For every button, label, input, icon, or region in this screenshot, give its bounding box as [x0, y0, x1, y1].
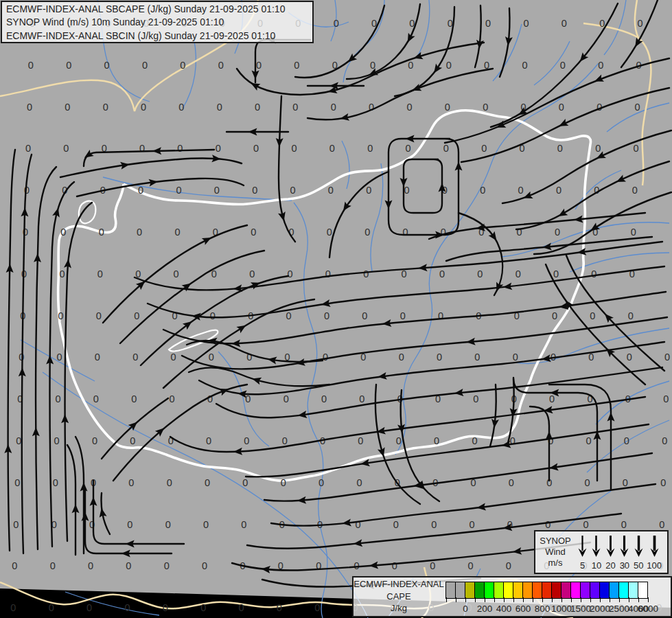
- cape-legend-unit: J/kg: [391, 604, 407, 613]
- sbcin-grid-zero: 0: [253, 143, 259, 154]
- cape-swatch: [628, 582, 638, 599]
- sbcin-grid-zero: 0: [60, 227, 66, 238]
- sbcin-grid-zero: 0: [430, 560, 435, 571]
- sbcin-grid-zero: 0: [104, 60, 110, 71]
- cape-swatch: [609, 582, 619, 599]
- sbcin-grid-zero: 0: [469, 519, 474, 530]
- sbcin-grid-zero: 0: [513, 352, 518, 363]
- cape-swatch: [522, 582, 533, 599]
- sbcin-grid-zero: 0: [134, 310, 139, 321]
- sbcin-grid-zero: 0: [635, 102, 640, 113]
- sbcin-grid-zero: 0: [12, 560, 17, 571]
- cape-tick: [581, 597, 581, 602]
- sbcin-grid-zero: 0: [137, 227, 142, 238]
- sbcin-grid-zero: 0: [480, 185, 485, 196]
- sbcin-grid-zero: 0: [217, 102, 222, 113]
- sbcin-grid-zero: 0: [173, 268, 178, 279]
- sbcin-grid-zero: 0: [245, 393, 251, 404]
- cape-swatch: [551, 582, 561, 599]
- sbcin-grid-zero: 0: [177, 143, 183, 154]
- sbcin-grid-zero: 0: [203, 519, 209, 530]
- sbcin-grid-zero: 0: [331, 102, 336, 113]
- sbcin-grid-zero: 0: [210, 310, 216, 321]
- sbcin-grid-zero: 0: [103, 102, 108, 113]
- sbcin-grid-zero: 0: [434, 435, 439, 446]
- sbcin-grid-zero: 0: [473, 393, 478, 404]
- sbcin-grid-zero: 0: [624, 435, 629, 446]
- sbcin-grid-zero: 0: [96, 310, 102, 321]
- sbcin-grid-zero: 0: [439, 268, 445, 279]
- sbcin-grid-zero: 0: [58, 310, 63, 321]
- sbcin-grid-zero: 0: [358, 435, 363, 446]
- cape-tick: [610, 597, 610, 602]
- sbcin-grid-zero: 0: [56, 352, 62, 363]
- cape-tick: [513, 597, 514, 602]
- cape-tick: [590, 597, 591, 602]
- sbcin-grid-zero: 0: [518, 185, 524, 196]
- sbcin-grid-zero: 0: [637, 18, 642, 29]
- cape-swatch: [580, 582, 590, 599]
- sbcin-grid-zero: 0: [92, 435, 97, 446]
- sbcin-grid-zero: 0: [355, 519, 360, 530]
- wind-down-arrow-icon: [577, 534, 588, 558]
- cape-tick: [629, 597, 629, 602]
- sbcin-grid-zero: 0: [66, 60, 71, 71]
- sbcin-grid-zero: 0: [362, 310, 367, 321]
- sbcin-grid-zero: 0: [244, 435, 249, 446]
- sbcin-grid-zero: 0: [277, 602, 282, 613]
- sbcin-grid-zero: 0: [97, 268, 103, 279]
- wind-down-arrow-icon: [590, 534, 602, 558]
- sbcin-grid-zero: 0: [16, 435, 21, 446]
- title-line-wind: SYNOP Wind (m/s) 10m Sunday 21-09-2025 0…: [6, 16, 308, 29]
- sbcin-grid-zero: 0: [468, 560, 474, 571]
- cape-swatch: [590, 582, 600, 599]
- cape-swatch: [599, 582, 610, 599]
- sbcin-grid-zero: 0: [19, 352, 24, 363]
- sbcin-grid-zero: 0: [328, 185, 334, 196]
- sbcin-grid-zero: 0: [124, 602, 130, 613]
- cape-swatch: [445, 582, 456, 599]
- wind-down-arrow-icon: [605, 534, 616, 558]
- sbcin-grid-zero: 0: [255, 102, 260, 113]
- sbcin-grid-zero: 0: [53, 477, 58, 488]
- sbcin-grid-zero: 0: [515, 268, 521, 279]
- sbcin-grid-zero: 0: [367, 143, 373, 154]
- wind-legend-unit: m/s: [548, 558, 563, 569]
- sbcin-grid-zero: 0: [557, 143, 563, 154]
- cape-colorbar: [446, 582, 648, 599]
- wind-down-arrow-icon: [649, 534, 660, 558]
- wind-legend-title: SYNOP Wind m/s: [535, 531, 575, 573]
- sbcin-grid-zero: 0: [595, 143, 601, 154]
- sbcin-grid-zero: 0: [206, 435, 211, 446]
- sbcin-grid-zero: 0: [93, 393, 99, 404]
- sbcin-grid-zero: 0: [552, 310, 557, 321]
- sbcin-grid-zero: 0: [364, 227, 370, 238]
- sbcin-grid-zero: 0: [481, 143, 487, 154]
- sbcin-grid-zero: 0: [50, 560, 56, 571]
- sbcin-grid-zero: 0: [88, 560, 93, 571]
- sbcin-grid-zero: 0: [49, 602, 54, 613]
- wind-legend-param: Wind: [545, 547, 566, 558]
- cape-swatch: [513, 582, 523, 599]
- sbcin-grid-zero: 0: [561, 18, 567, 29]
- sbcin-grid-zero: 0: [251, 227, 256, 238]
- sbcin-grid-zero: 0: [138, 185, 143, 196]
- cape-legend-param: CAPE: [386, 592, 410, 602]
- sbcin-grid-zero: 0: [99, 227, 104, 238]
- sbcin-grid-zero: 0: [164, 560, 170, 571]
- cape-tick: [638, 597, 639, 602]
- weather-map-stage: 0000000000000000000000000000000000000000…: [0, 0, 672, 618]
- sbcin-grid-zero: 0: [366, 185, 371, 196]
- cape-swatch: [542, 582, 552, 599]
- wind-down-arrow-icon: [618, 534, 630, 558]
- title-line-sbcin: ECMWF-INDEX-ANAL SBCIN (J/kg) Sunday 21-…: [6, 30, 308, 43]
- sbcin-grid-zero: 0: [294, 60, 299, 71]
- sbcin-grid-zero: 0: [359, 393, 364, 404]
- sbcin-grid-zero: 0: [585, 477, 590, 488]
- sbcin-grid-zero: 0: [583, 519, 589, 530]
- sbcin-grid-zero: 0: [14, 477, 20, 488]
- cape-swatch: [570, 582, 581, 599]
- sbcin-grid-zero: 0: [660, 477, 666, 488]
- sbcin-grid-zero: 0: [28, 60, 34, 71]
- wind-speed-label: 30: [620, 561, 629, 571]
